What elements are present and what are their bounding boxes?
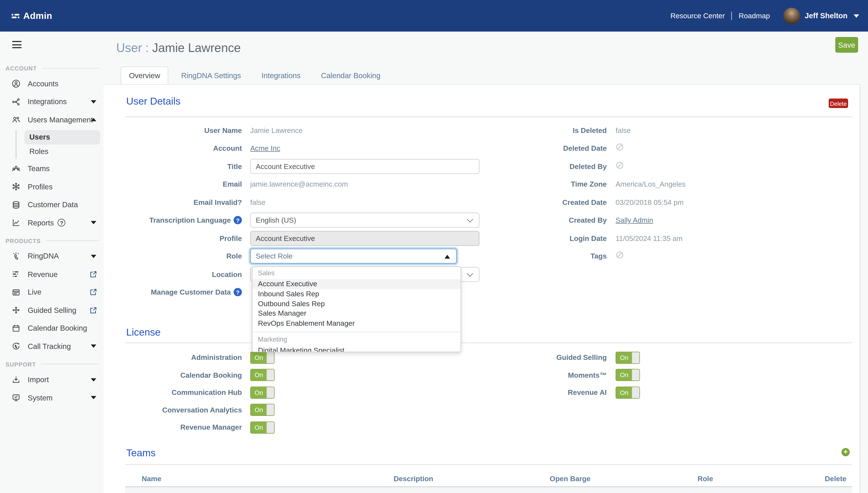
sidebar-item-system[interactable]: System xyxy=(0,389,104,407)
license-row: Communication HubOn xyxy=(104,384,274,401)
sidebar-item-revenue[interactable]: Revenue xyxy=(0,265,104,283)
field-label: Profile xyxy=(104,234,242,242)
field-row: Transcription Language?English (US) xyxy=(104,211,479,229)
content-card: User Details Delete User NameJamie Lawre… xyxy=(104,84,860,493)
reports-icon xyxy=(12,218,20,227)
toggle-calendar-booking[interactable]: On xyxy=(250,369,274,381)
app-window: Admin Resource Center Roadmap Jeff Shelt… xyxy=(0,0,868,493)
role-option-digital-marketing-specialist[interactable]: Digital Marketing Specialist xyxy=(252,345,461,352)
field-row: Tags xyxy=(425,248,686,265)
navbar-separator xyxy=(732,12,732,20)
sidebar-item-integrations[interactable]: Integrations xyxy=(0,93,104,111)
sidebar-item-label: Accounts xyxy=(28,80,59,88)
sidebar-item-teams[interactable]: Teams xyxy=(0,160,104,178)
divider xyxy=(42,68,99,68)
created-by-link[interactable]: Sally Admin xyxy=(616,216,653,224)
field-label: Created By xyxy=(425,216,607,224)
help-icon[interactable]: ? xyxy=(58,219,65,227)
hamburger-menu-icon[interactable] xyxy=(12,41,22,48)
user-menu[interactable]: Jeff Shelton xyxy=(783,7,859,24)
role-option-account-executive[interactable]: Account Executive xyxy=(252,279,461,289)
sidebar-item-label: RingDNA xyxy=(28,252,59,260)
email-invalid--value: false xyxy=(250,198,266,207)
time-zone-value: America/Los_Angeles xyxy=(616,180,686,189)
sidebar-item-label: Teams xyxy=(28,165,50,173)
sidebar-item-reports[interactable]: Reports? xyxy=(0,214,104,232)
role-option-inbound-sales-rep[interactable]: Inbound Sales Rep xyxy=(252,289,461,299)
sidebar-item-ringdna[interactable]: RingDNA xyxy=(0,248,104,265)
license-left-column: AdministrationOnCalendar BookingOnCommun… xyxy=(104,349,274,436)
tab-overview[interactable]: Overview xyxy=(120,66,168,84)
field-row: Is Deletedfalse xyxy=(425,121,686,140)
toggle-administration[interactable]: On xyxy=(250,351,274,364)
resource-center-link[interactable]: Resource Center xyxy=(670,12,725,20)
role-dropdown-list: SalesAccount ExecutiveInbound Sales RepO… xyxy=(252,266,461,352)
tab-calendar-booking[interactable]: Calendar Booking xyxy=(313,66,388,84)
user-details-fields: User NameJamie LawrenceAccountAcme IncTi… xyxy=(104,121,860,309)
license-label: Calendar Booking xyxy=(104,371,242,379)
field-row: Deleted Date xyxy=(425,140,686,157)
main-area: User : Jamie Lawrence Save OverviewRingD… xyxy=(104,31,868,493)
phone-icon xyxy=(12,252,20,261)
toggle-guided-selling[interactable]: On xyxy=(616,351,640,364)
save-button[interactable]: Save xyxy=(836,37,858,52)
toggle-conversation-analytics[interactable]: On xyxy=(250,404,274,416)
toggle-on-label: On xyxy=(616,369,632,381)
toggle-communication-hub[interactable]: On xyxy=(250,386,274,399)
help-icon[interactable]: ? xyxy=(233,288,242,297)
license-label: Communication Hub xyxy=(104,388,242,397)
toggle-moments-[interactable]: On xyxy=(616,369,640,381)
delete-user-button[interactable]: Delete xyxy=(829,99,848,108)
is-deleted-value: false xyxy=(616,126,631,134)
toggle-revenue-manager[interactable]: On xyxy=(250,421,274,433)
tab-ringdna-settings[interactable]: RingDNA Settings xyxy=(173,66,249,84)
sidebar-item-label: Live xyxy=(28,288,41,297)
fields-right-column: Is DeletedfalseDeleted DateDeleted ByTim… xyxy=(425,121,686,265)
field-row: Created Date03/20/2018 05:54 pm xyxy=(425,193,686,211)
license-row: AdministrationOn xyxy=(104,349,274,366)
calendar-icon xyxy=(12,324,20,333)
role-option-sales-manager[interactable]: Sales Manager xyxy=(252,308,461,318)
guided-selling-icon xyxy=(12,306,20,315)
chevron-down-icon xyxy=(91,378,96,381)
field-row: RoleSelect Role xyxy=(104,248,479,265)
field-row: Deleted By xyxy=(425,157,686,175)
sidebar-item-live[interactable]: Live xyxy=(0,283,104,301)
sidebar-item-label: Revenue xyxy=(28,270,58,278)
sidebar-item-customer-data[interactable]: Customer Data xyxy=(0,196,104,214)
sidebar-item-call-tracking[interactable]: Call Tracking xyxy=(0,337,104,356)
column-header-role: Role xyxy=(697,474,825,483)
help-icon[interactable]: ? xyxy=(233,216,242,224)
page-title: User : Jamie Lawrence xyxy=(116,41,241,56)
roadmap-link[interactable]: Roadmap xyxy=(739,12,770,20)
login-date-value: 11/05/2024 11:35 am xyxy=(616,234,683,242)
account-link[interactable]: Acme Inc xyxy=(250,144,280,152)
role-option-outbound-sales-rep[interactable]: Outbound Sales Rep xyxy=(252,299,461,308)
sidebar-item-import[interactable]: Import xyxy=(0,371,104,389)
toggle-on-label: On xyxy=(251,404,267,415)
navbar-right: Resource Center Roadmap Jeff Shelton xyxy=(670,0,859,31)
toggle-on-label: On xyxy=(251,387,267,398)
column-header-name: Name xyxy=(142,474,394,483)
toggle-revenue-ai[interactable]: On xyxy=(616,386,640,399)
sidebar-item-users[interactable]: Users xyxy=(24,130,100,144)
tab-integrations[interactable]: Integrations xyxy=(254,66,308,84)
field-label: Transcription Language? xyxy=(104,216,242,224)
sidebar-item-accounts[interactable]: Accounts xyxy=(0,75,104,93)
role-group-label: Marketing xyxy=(252,333,461,345)
toggle-on-label: On xyxy=(251,369,267,381)
sidebar-item-roles[interactable]: Roles xyxy=(24,144,100,159)
sidebar-item-label: Integrations xyxy=(28,98,67,106)
sidebar-item-label: Reports xyxy=(28,219,54,227)
add-team-button[interactable]: + xyxy=(841,448,850,456)
sidebar-item-profiles[interactable]: Profiles xyxy=(0,178,104,196)
sidebar-item-calendar-booking[interactable]: Calendar Booking xyxy=(0,319,104,337)
field-row: Emailjamie.lawrence@acmeinc.com xyxy=(104,175,479,193)
sidebar-item-users-management[interactable]: Users Management xyxy=(0,111,104,129)
cell-description xyxy=(394,488,550,493)
sidebar-item-label: Guided Selling xyxy=(28,306,76,315)
sidebar-item-guided-selling[interactable]: Guided Selling xyxy=(0,301,104,319)
avatar[interactable] xyxy=(783,7,800,24)
role-option-revops-enablement-manager[interactable]: RevOps Enablement Manager xyxy=(252,318,461,328)
created-date-value: 03/20/2018 05:54 pm xyxy=(616,198,684,207)
